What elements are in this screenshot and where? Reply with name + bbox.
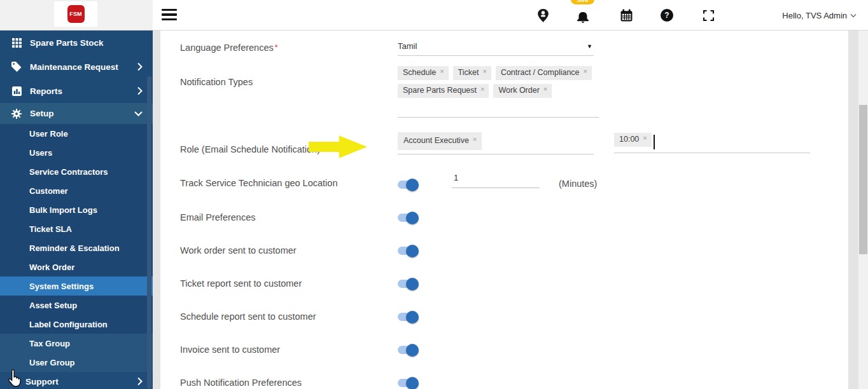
sidebar-item-setup[interactable]: Setup	[0, 103, 153, 124]
ticket-report-sent-toggle[interactable]	[398, 280, 417, 288]
sidebar-item-ticket-sla[interactable]: Ticket SLA	[0, 219, 153, 238]
sidebar-item-user-role[interactable]: User Role	[0, 124, 153, 143]
ticket-report-sent-label: Ticket report sent to customer	[180, 277, 302, 290]
grid-icon	[9, 38, 24, 48]
role-email-schedule-label: Role (Email Schedule Notification)	[180, 143, 320, 156]
sidebar-item-reports[interactable]: Reports	[0, 79, 153, 103]
chevron-down-icon	[850, 13, 857, 18]
push-notification-label: Push Notification Preferences	[180, 376, 302, 389]
remove-chip-icon[interactable]: ×	[543, 86, 547, 93]
dropdown-arrow-icon: ▼	[587, 43, 592, 50]
sidebar-item-maintenance-request[interactable]: Maintenance Request	[0, 55, 153, 79]
mouse-cursor	[6, 369, 23, 388]
page-scrollbar[interactable]	[858, 31, 868, 389]
chevron-right-icon	[137, 63, 143, 71]
sidebar-item-reminder-escalation[interactable]: Reminder & Escalation	[0, 238, 153, 257]
chip-work-order[interactable]: Work Order×	[493, 84, 552, 98]
chip-ticket[interactable]: Ticket×	[453, 66, 491, 80]
help-glyph: ?	[664, 11, 669, 20]
location-icon[interactable]	[536, 0, 550, 31]
language-preferences-label: Language Preferences*	[180, 41, 277, 54]
tag-icon	[9, 62, 24, 72]
email-preferences-label: Email Preferences	[180, 211, 255, 224]
menu-toggle-icon[interactable]	[162, 9, 177, 22]
chevron-down-icon	[134, 111, 143, 116]
chevron-right-icon	[137, 378, 143, 386]
language-select[interactable]: Tamil ▼	[398, 37, 594, 56]
fullscreen-icon[interactable]	[702, 0, 715, 31]
remove-chip-icon[interactable]: ×	[440, 68, 444, 75]
sidebar-item-asset-setup[interactable]: Asset Setup	[0, 296, 153, 315]
sidebar-item-service-contractors[interactable]: Service Contractors	[0, 162, 153, 181]
logo-patch: FSM	[54, 1, 97, 27]
chip-time[interactable]: 10:00×	[614, 133, 652, 147]
notifications-bell-icon[interactable]: 506	[574, 0, 592, 31]
remove-chip-icon[interactable]: ×	[643, 135, 647, 142]
sidebar-scrollbar-thumb[interactable]	[147, 76, 151, 389]
sidebar-item-tax-group[interactable]: Tax Group	[0, 334, 153, 353]
app-window: FSM 506	[0, 0, 868, 389]
schedule-report-sent-label: Schedule report sent to customer	[180, 310, 316, 323]
remove-chip-icon[interactable]: ×	[473, 136, 477, 143]
notification-count-badge[interactable]: 506	[571, 0, 594, 4]
calendar-icon[interactable]	[619, 0, 633, 31]
work-order-sent-toggle[interactable]	[398, 247, 417, 255]
sidebar-item-users[interactable]: Users	[0, 143, 153, 162]
invoice-sent-label: Invoice sent to customer	[180, 343, 280, 356]
sidebar-item-label: Reports	[30, 86, 62, 96]
sidebar-item-label: Maintenance Request	[30, 62, 118, 72]
left-gutter	[153, 31, 160, 389]
sidebar-nav: Spare Parts Stock Maintenance Request	[0, 31, 153, 389]
annotation-arrow	[309, 133, 367, 160]
required-asterisk: *	[275, 43, 278, 52]
gear-icon	[9, 109, 24, 119]
geo-interval-input[interactable]: 1	[452, 173, 540, 188]
chip-schedule[interactable]: Schedule×	[398, 66, 449, 80]
sidebar-item-system-settings[interactable]: System Settings	[0, 276, 153, 296]
invoice-sent-toggle[interactable]	[398, 346, 417, 354]
geo-location-label: Track Service Technician geo Location	[180, 177, 337, 189]
sidebar-item-customer[interactable]: Customer	[0, 181, 153, 200]
right-gutter	[848, 31, 858, 389]
sidebar-item-label: Support	[25, 377, 59, 386]
schedule-time-input[interactable]: 10:00×	[614, 133, 810, 153]
chart-icon	[9, 86, 24, 96]
geo-location-toggle[interactable]	[398, 181, 417, 189]
text-cursor	[654, 135, 655, 149]
email-preferences-toggle[interactable]	[398, 214, 417, 222]
sidebar-item-label: Spare Parts Stock	[30, 38, 104, 48]
minutes-unit-label: (Minutes)	[559, 179, 597, 189]
notification-types-input[interactable]: Schedule× Ticket× Contract / Compliance×…	[398, 66, 599, 118]
remove-chip-icon[interactable]: ×	[584, 68, 587, 75]
user-menu[interactable]: Hello, TVS Admin	[782, 0, 857, 31]
sidebar-item-bulk-import-logs[interactable]: Bulk Import Logs	[0, 200, 153, 219]
notification-types-label: Notification Types	[180, 76, 253, 88]
remove-chip-icon[interactable]: ×	[482, 68, 486, 75]
sidebar-item-label-configuration[interactable]: Label Configuration	[0, 315, 153, 334]
chevron-right-icon	[137, 87, 143, 95]
remove-chip-icon[interactable]: ×	[480, 86, 484, 93]
fsm-logo[interactable]: FSM	[67, 5, 85, 23]
sidebar-item-user-group[interactable]: User Group	[0, 353, 153, 372]
push-notification-toggle[interactable]	[398, 379, 417, 387]
logo-zone: FSM	[0, 0, 153, 30]
user-greeting: Hello, TVS Admin	[782, 11, 847, 20]
top-header: FSM 506	[0, 0, 868, 31]
role-input[interactable]: Account Executive×	[398, 132, 594, 154]
sidebar-item-label: Setup	[30, 109, 54, 118]
schedule-report-sent-toggle[interactable]	[398, 313, 417, 321]
sidebar-item-work-order[interactable]: Work Order	[0, 257, 153, 276]
sidebar-item-support[interactable]: Support	[0, 372, 153, 389]
help-icon[interactable]: ?	[660, 0, 674, 31]
chip-spare-parts-request[interactable]: Spare Parts Request×	[398, 84, 489, 98]
sidebar-item-spare-parts-stock[interactable]: Spare Parts Stock	[0, 31, 153, 55]
page-scrollbar-thumb[interactable]	[859, 105, 867, 254]
work-order-sent-label: Work order sent to customer	[180, 244, 297, 257]
chip-contract-compliance[interactable]: Contract / Compliance×	[496, 66, 592, 80]
language-select-value: Tamil	[398, 41, 417, 51]
chip-account-executive[interactable]: Account Executive×	[398, 132, 482, 150]
system-settings-form: Language Preferences* Tamil ▼ Notificati…	[160, 31, 848, 389]
